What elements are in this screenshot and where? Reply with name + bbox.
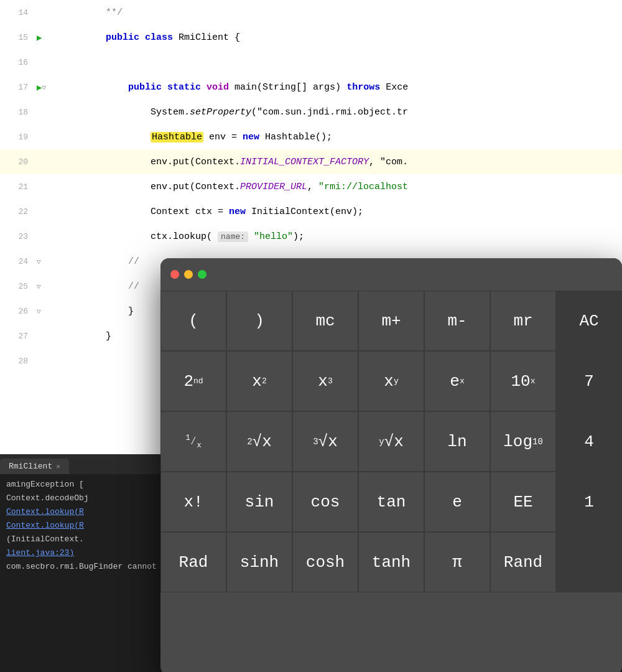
calc-row: 2ndx2x3xyex10x7 [160, 351, 622, 411]
calc-button-[interactable]: π [424, 532, 490, 592]
code-line: 15▶ public class RmiClient { [0, 25, 622, 50]
calc-button-1[interactable]: 1 [556, 472, 622, 532]
line-number: 17 [0, 83, 34, 92]
line-number: 21 [0, 182, 34, 192]
calc-button-cosh[interactable]: cosh [292, 532, 358, 592]
line-number: 23 [0, 232, 34, 241]
calc-button-m[interactable]: m- [424, 291, 490, 351]
code-line: 18 System.setProperty("com.sun.jndi.rmi.… [0, 100, 622, 124]
line-content: ctx.lookup( name: "hello"); [81, 231, 622, 242]
line-content: env.put(Context.INITIAL_CONTEXT_FACTORY,… [81, 157, 622, 167]
calc-button-x[interactable]: y√x [358, 411, 424, 472]
line-content: **/ [81, 7, 622, 18]
fold-icon[interactable]: ▽ [37, 258, 41, 266]
fold-icon[interactable]: ▽ [37, 282, 41, 291]
calc-button-m[interactable]: m+ [358, 291, 424, 351]
run-icon[interactable]: ▶ [37, 82, 42, 93]
line-content: env.put(Context.PROVIDER_URL, "rmi://loc… [81, 182, 622, 192]
calc-button-mc[interactable]: mc [292, 291, 358, 351]
line-number: 18 [0, 108, 34, 117]
fold-icon[interactable]: ▽ [37, 307, 41, 315]
calc-button-x[interactable]: xy [358, 351, 424, 411]
code-line: 20 env.put(Context.INITIAL_CONTEXT_FACTO… [0, 149, 622, 174]
code-line: 19 Hashtable env = new Hashtable(); [0, 124, 622, 149]
close-icon[interactable]: ✕ [56, 462, 60, 470]
line-content: public static void main(String[] args) t… [81, 82, 622, 93]
minimize-button[interactable] [184, 270, 193, 279]
code-line: 22 Context ctx = new InitialContext(env)… [0, 199, 622, 224]
calculator: ()mcm+m-mrAC2ndx2x3xyex10x71⁄x2√x3√xy√xl… [160, 258, 622, 672]
calc-button-4[interactable]: 4 [556, 411, 622, 472]
calc-button-x[interactable]: 1⁄x [160, 411, 226, 472]
console-tab-label: RmiClient [9, 462, 52, 471]
calc-button-x[interactable]: 3√x [292, 411, 358, 472]
line-number: 14 [0, 8, 34, 17]
line-gutter: ▶ [34, 32, 81, 43]
calc-row: ()mcm+m-mrAC [160, 291, 622, 351]
calc-button-[interactable]: ( [160, 291, 226, 351]
calc-button-tanh[interactable]: tanh [358, 532, 424, 592]
calc-button-e[interactable]: e [424, 472, 490, 532]
line-number: 25 [0, 282, 34, 291]
calc-button-7[interactable]: 7 [556, 351, 622, 411]
line-gutter: ▽ [34, 307, 81, 315]
calc-button-EE[interactable]: EE [490, 472, 556, 532]
line-content: public class RmiClient { [81, 32, 622, 43]
line-number: 24 [0, 257, 34, 266]
line-content: Hashtable env = new Hashtable(); [81, 132, 622, 142]
console-tab-rmiclient[interactable]: RmiClient ✕ [0, 459, 69, 474]
code-line: 16 [0, 50, 622, 75]
line-gutter: ▽ [34, 282, 81, 291]
fold-icon[interactable]: ▽ [42, 83, 46, 91]
calc-button-sinh[interactable]: sinh [226, 532, 292, 592]
line-number: 16 [0, 58, 34, 67]
calc-button-sin[interactable]: sin [226, 472, 292, 532]
calc-row: RadsinhcoshtanhπRand [160, 532, 622, 592]
calc-button-x[interactable]: 2√x [226, 411, 292, 472]
code-line: 21 env.put(Context.PROVIDER_URL, "rmi://… [0, 174, 622, 199]
line-number: 15 [0, 33, 34, 42]
calc-button-e[interactable]: ex [424, 351, 490, 411]
calc-button-[interactable] [556, 532, 622, 592]
line-number: 27 [0, 332, 34, 341]
calc-button-AC[interactable]: AC [556, 291, 622, 351]
line-number: 19 [0, 133, 34, 142]
calc-button-Rand[interactable]: Rand [490, 532, 556, 592]
code-line: 14 **/ [0, 0, 622, 25]
calc-button-x[interactable]: x! [160, 472, 226, 532]
calc-button-[interactable]: ) [226, 291, 292, 351]
maximize-button[interactable] [198, 270, 207, 279]
calc-body: ()mcm+m-mrAC2ndx2x3xyex10x71⁄x2√x3√xy√xl… [160, 291, 622, 592]
calc-button-10[interactable]: 10x [490, 351, 556, 411]
line-number: 22 [0, 207, 34, 217]
code-line: 23 ctx.lookup( name: "hello"); [0, 224, 622, 249]
line-gutter: ▽ [34, 258, 81, 266]
calc-button-ln[interactable]: ln [424, 411, 490, 472]
calc-button-Rad[interactable]: Rad [160, 532, 226, 592]
calc-button-tan[interactable]: tan [358, 472, 424, 532]
calc-button-2nd[interactable]: 2nd [160, 351, 226, 411]
line-content: System.setProperty("com.sun.jndi.rmi.obj… [81, 107, 622, 118]
close-button[interactable] [170, 270, 179, 279]
calc-row: x!sincostaneEE1 [160, 472, 622, 532]
calc-button-x[interactable]: x3 [292, 351, 358, 411]
line-gutter: ▶▽ [34, 82, 81, 93]
run-icon[interactable]: ▶ [37, 32, 42, 43]
line-content: Context ctx = new InitialContext(env); [81, 207, 622, 217]
line-number: 28 [0, 357, 34, 366]
calc-button-cos[interactable]: cos [292, 472, 358, 532]
code-line: 17▶▽ public static void main(String[] ar… [0, 75, 622, 100]
calc-button-mr[interactable]: mr [490, 291, 556, 351]
calc-button-log[interactable]: log10 [490, 411, 556, 472]
line-number: 26 [0, 307, 34, 316]
calc-titlebar [160, 258, 622, 291]
line-number: 20 [0, 157, 34, 167]
calc-row: 1⁄x2√x3√xy√xlnlog104 [160, 411, 622, 472]
calc-button-x[interactable]: x2 [226, 351, 292, 411]
